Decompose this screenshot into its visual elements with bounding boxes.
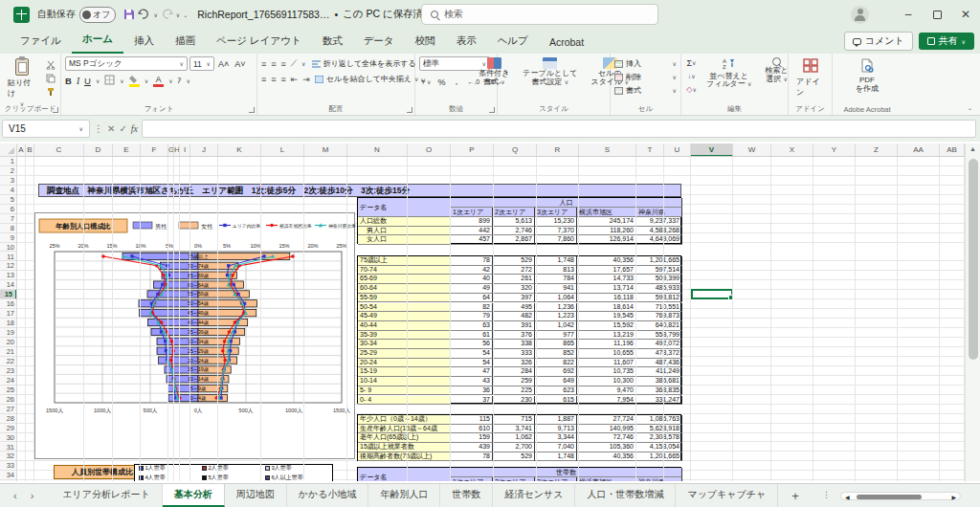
value-cell[interactable]: 865 <box>535 340 577 349</box>
row-header-15[interactable]: 15 <box>0 290 17 299</box>
ribbon-tab-挿入[interactable]: 挿入 <box>123 30 165 54</box>
align-center-button[interactable]: ≡ <box>271 75 275 84</box>
sheet-tab-経済センサス[interactable]: 経済センサス <box>493 484 575 507</box>
sheet-tab-基本分析[interactable]: 基本分析 <box>163 484 225 507</box>
column-header-F[interactable]: F <box>141 143 168 157</box>
row-label[interactable]: 75歳以上 <box>358 256 451 266</box>
value-cell[interactable]: 225 <box>493 386 535 396</box>
row-header-34[interactable]: 34 <box>0 471 17 480</box>
row-label[interactable]: 50-54 <box>358 303 451 313</box>
value-cell[interactable]: 13,714 <box>577 284 636 294</box>
row-header-30[interactable]: 30 <box>0 433 17 443</box>
row-label[interactable]: 0- 4 <box>358 396 451 406</box>
ribbon-tab-数式[interactable]: 数式 <box>312 30 353 54</box>
value-cell[interactable]: 2,308,578 <box>636 433 682 443</box>
value-cell[interactable]: 593,812 <box>636 294 682 303</box>
row-header-22[interactable]: 22 <box>0 357 17 366</box>
value-cell[interactable]: 977 <box>535 331 577 341</box>
new-sheet-button[interactable]: + <box>778 489 813 503</box>
value-cell[interactable]: 495 <box>493 303 535 313</box>
column-header-U[interactable]: U <box>664 143 691 157</box>
value-cell[interactable]: 597,514 <box>636 266 682 276</box>
value-cell[interactable]: 899 <box>451 217 493 227</box>
align-left-button[interactable]: ≡ <box>261 75 265 84</box>
excel-logo-icon[interactable] <box>13 7 30 23</box>
value-cell[interactable]: 784 <box>535 275 577 284</box>
value-cell[interactable]: 13,219 <box>577 331 636 341</box>
row-header-17[interactable]: 17 <box>0 309 17 319</box>
value-cell[interactable]: 56 <box>451 340 493 349</box>
document-title[interactable]: RichReport_176569117583… • この PC に保存済み ∨ <box>197 8 442 21</box>
bold-button[interactable]: B <box>65 76 72 86</box>
sheet-tab-かかる小地域[interactable]: かかる小地域 <box>287 484 369 507</box>
redo-dropdown-icon[interactable]: ∨ <box>176 11 180 18</box>
value-cell[interactable]: 63 <box>451 321 493 331</box>
table-col-header[interactable]: 1次エリア <box>451 208 493 217</box>
cut-button[interactable] <box>44 59 56 70</box>
insert-function-icon[interactable]: fx <box>131 123 138 134</box>
share-button[interactable]: 共有∨ <box>919 33 974 50</box>
scroll-right-icon[interactable]: ▶ <box>951 494 956 500</box>
value-cell[interactable]: 40,356 <box>577 256 636 266</box>
value-cell[interactable]: 478,372 <box>636 349 682 359</box>
row-label[interactable]: 15歳以上就業者数 <box>358 443 451 452</box>
value-cell[interactable]: 1,748 <box>535 256 577 266</box>
value-cell[interactable]: 1,748 <box>535 452 577 462</box>
table-col-header[interactable]: 横浜市旭区 <box>577 208 636 217</box>
value-cell[interactable]: 54 <box>451 359 493 368</box>
value-cell[interactable]: 10,655 <box>577 349 636 359</box>
format-cells-button[interactable]: 書式∨ <box>614 85 677 96</box>
currency-format-button[interactable]: ￥∨ <box>419 77 431 87</box>
sheet-grid[interactable]: 調査地点 神奈川県横浜市旭区さちが丘 エリア範囲 1次:徒歩5分 2次:徒歩10… <box>17 157 965 481</box>
table-col-header[interactable]: 神奈川県 <box>636 477 682 481</box>
value-cell[interactable]: 4,649,069 <box>636 235 682 245</box>
row-label[interactable]: 年少人口（0歳～14歳） <box>358 415 451 425</box>
value-cell[interactable]: 115 <box>451 415 493 425</box>
value-cell[interactable]: 78 <box>451 256 493 266</box>
value-cell[interactable]: 822 <box>535 359 577 368</box>
ribbon-tab-ページ レイアウト[interactable]: ページ レイアウト <box>206 30 312 54</box>
italic-button[interactable]: I <box>77 77 79 86</box>
column-header-L[interactable]: L <box>261 143 304 157</box>
autosum-button[interactable]: Σ ∨ <box>685 57 698 68</box>
font-dialog-launcher[interactable] <box>249 107 255 113</box>
value-cell[interactable]: 1,887 <box>535 415 577 425</box>
column-header-D[interactable]: D <box>84 143 113 157</box>
row-header-24[interactable]: 24 <box>0 376 17 386</box>
row-header-20[interactable]: 20 <box>0 338 17 347</box>
decrease-font-button[interactable]: A˅ <box>233 59 247 69</box>
survey-point-banner[interactable]: 調査地点 神奈川県横浜市旭区さちが丘 エリア範囲 1次:徒歩5分 2次:徒歩10… <box>38 184 681 197</box>
value-cell[interactable]: 1,062 <box>493 433 535 443</box>
row-header-11[interactable]: 11 <box>0 253 17 262</box>
row-label[interactable]: 45-49 <box>358 312 451 321</box>
value-cell[interactable]: 457 <box>451 235 493 245</box>
borders-button[interactable] <box>104 75 115 87</box>
row-header-3[interactable]: 3 <box>0 176 17 186</box>
horizontal-scrollbar[interactable]: ◀ ▶ <box>840 492 961 500</box>
column-header-K[interactable]: K <box>218 143 261 157</box>
value-cell[interactable]: 1,201,665 <box>636 256 682 266</box>
sheet-tab-prev-icon[interactable]: ‹ <box>13 490 17 501</box>
value-cell[interactable]: 14,733 <box>577 275 636 284</box>
active-cell-v15[interactable] <box>691 289 733 299</box>
row-label[interactable]: 20-24 <box>358 359 451 368</box>
value-cell[interactable]: 487,436 <box>636 359 682 368</box>
column-header-AA[interactable]: AA <box>898 143 940 157</box>
row-header-13[interactable]: 13 <box>0 271 17 280</box>
value-cell[interactable]: 17,657 <box>577 266 636 276</box>
row-label[interactable]: 女人口 <box>358 235 451 245</box>
value-cell[interactable]: 49 <box>451 284 493 294</box>
column-header-S[interactable]: S <box>579 143 636 157</box>
value-cell[interactable]: 2,867 <box>493 235 535 245</box>
value-cell[interactable]: 623 <box>535 386 577 396</box>
value-cell[interactable]: 529 <box>493 452 535 462</box>
create-pdf-button[interactable]: PDFを作成 <box>852 56 882 95</box>
value-cell[interactable]: 439 <box>451 443 493 452</box>
table-group-header[interactable]: 人口 <box>451 198 682 208</box>
select-all-corner[interactable] <box>0 143 17 157</box>
value-cell[interactable]: 1,201,665 <box>636 452 682 462</box>
undo-button[interactable] <box>138 9 150 20</box>
sheet-tab-周辺地図[interactable]: 周辺地図 <box>225 484 287 507</box>
maximize-button[interactable] <box>923 0 951 29</box>
column-header-J[interactable]: J <box>190 143 218 157</box>
